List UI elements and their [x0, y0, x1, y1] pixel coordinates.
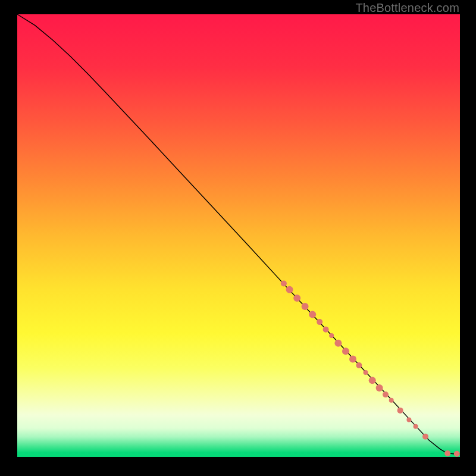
data-marker [342, 347, 349, 355]
chart-frame [17, 14, 460, 457]
data-marker [286, 286, 293, 293]
data-marker [309, 311, 316, 318]
data-marker [302, 303, 309, 310]
data-marker [444, 450, 450, 456]
data-marker [376, 384, 383, 392]
data-marker [414, 424, 418, 429]
data-marker [364, 370, 368, 375]
data-marker [281, 280, 287, 286]
chart-svg [17, 14, 460, 457]
gradient-rect [17, 14, 460, 457]
data-marker [334, 340, 342, 347]
data-marker [349, 356, 356, 363]
data-marker [422, 434, 428, 440]
data-marker [454, 451, 460, 457]
data-marker [389, 398, 394, 403]
data-marker [383, 392, 389, 397]
data-marker [329, 333, 334, 338]
data-marker [293, 295, 300, 302]
data-marker [406, 418, 411, 422]
data-marker [323, 327, 329, 333]
data-marker [397, 408, 403, 414]
data-marker [356, 362, 362, 368]
data-marker [317, 319, 322, 325]
watermark-text: TheBottleneck.com [355, 1, 459, 15]
data-marker [369, 377, 376, 384]
